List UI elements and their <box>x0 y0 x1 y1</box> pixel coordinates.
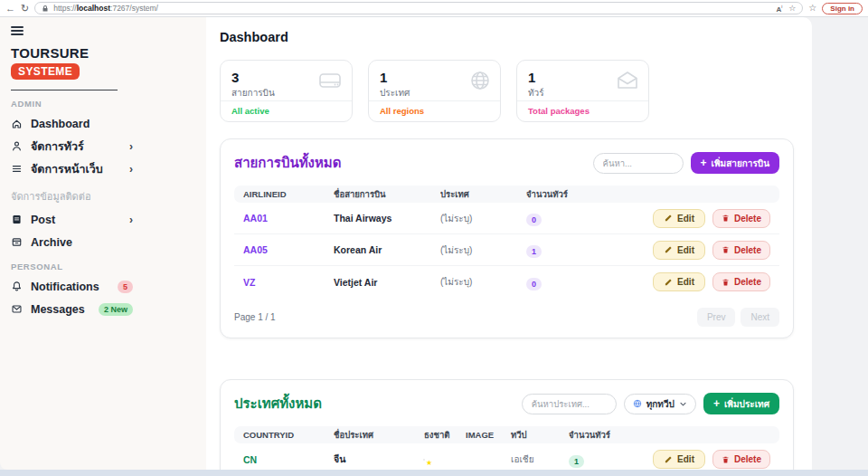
chevron-right-icon: › <box>129 140 133 153</box>
stat-card-countries: 1 ประเทศ All regions <box>368 60 501 122</box>
airline-name: Thai Airways <box>334 213 440 224</box>
country-id: CN <box>243 454 334 465</box>
chevron-down-icon <box>679 400 687 408</box>
section-label-contact: จัดการข้อมูลติดต่อ <box>11 188 195 205</box>
country-row: CN จีน ★ เอเชีย 1 Edit Delete <box>234 443 779 470</box>
mail-icon <box>11 303 23 315</box>
sidebar-item-manage-webpages[interactable]: จัดการหน้าเว็บ › <box>11 157 133 180</box>
logo-badge: SYSTEME <box>11 63 80 80</box>
trash-icon <box>722 214 730 223</box>
airline-country: (ไม่ระบุ) <box>440 243 526 257</box>
stat-card-tours: 1 ทัวร์ Total packages <box>516 60 649 122</box>
menu-icon[interactable] <box>11 26 24 35</box>
airline-country: (ไม่ระบุ) <box>440 275 526 289</box>
add-country-button[interactable]: + เพิ่มประเทศ <box>703 393 779 414</box>
airline-name: Korean Air <box>334 244 440 255</box>
hdd-icon <box>317 70 343 91</box>
airline-row: VZ Vietjet Air (ไม่ระบุ) 0 Edit Delete <box>234 266 779 298</box>
read-aloud-icon[interactable]: Aʲ <box>777 4 783 14</box>
delete-button[interactable]: Delete <box>712 209 770 228</box>
home-icon <box>11 118 23 129</box>
stat-footer: Total packages <box>517 100 648 121</box>
main-content: Dashboard 3 สายการบิน All active 1 ประเท… <box>206 17 812 470</box>
airline-id: AA05 <box>243 244 334 255</box>
airline-country: (ไม่ระบุ) <box>440 212 526 225</box>
archive-icon <box>11 236 23 248</box>
country-name: จีน <box>334 452 424 467</box>
prev-button[interactable]: Prev <box>697 308 736 327</box>
airlines-title: สายการบินทั้งหมด <box>234 152 341 174</box>
countries-title: ประเทศทั้งหมด <box>234 393 322 414</box>
url-text: https://localhost:7267/system/ <box>53 4 771 13</box>
tour-count-badge: 1 <box>569 455 584 468</box>
browser-toolbar: ← ↻ https://localhost:7267/system/ Aʲ ☆ … <box>0 0 868 17</box>
tour-count-badge: 0 <box>526 214 542 226</box>
chevron-right-icon: › <box>129 214 133 226</box>
plus-icon: + <box>701 157 707 168</box>
pencil-icon <box>664 278 673 287</box>
trash-icon <box>722 278 730 287</box>
edit-button[interactable]: Edit <box>653 209 705 228</box>
delete-button[interactable]: Delete <box>712 241 770 260</box>
globe-icon <box>633 399 642 408</box>
airlines-search-input[interactable] <box>593 153 684 174</box>
sidebar-item-manage-tours[interactable]: จัดการทัวร์ › <box>11 135 133 157</box>
delete-button[interactable]: Delete <box>712 450 770 469</box>
envelope-open-icon <box>616 70 639 90</box>
list-icon <box>11 163 23 175</box>
lock-icon <box>42 5 49 13</box>
pencil-icon <box>664 245 673 254</box>
airline-id: AA01 <box>243 213 334 224</box>
journal-icon <box>11 214 23 225</box>
sidebar-item-dashboard[interactable]: Dashboard <box>11 112 133 135</box>
continent-filter-dropdown[interactable]: ทุกทวีป <box>624 394 696 414</box>
edit-button[interactable]: Edit <box>653 241 705 260</box>
trash-icon <box>722 245 730 254</box>
airlines-table-header: AIRLINEID ชื่อสายการบิน ประเทศ จำนวนทัวร… <box>234 186 779 203</box>
stat-footer: All regions <box>369 100 500 121</box>
edit-button[interactable]: Edit <box>653 450 705 469</box>
sidebar-item-post[interactable]: Post › <box>11 208 133 231</box>
stats-row: 3 สายการบิน All active 1 ประเทศ All regi… <box>220 60 794 122</box>
airline-row: AA05 Korean Air (ไม่ระบุ) 1 Edit Delete <box>234 234 779 266</box>
countries-search-input[interactable] <box>522 394 617 414</box>
pencil-icon <box>664 214 673 223</box>
collections-icon[interactable]: ☆ <box>808 4 816 13</box>
logo-text: TOURSURE <box>11 45 195 61</box>
airlines-section: สายการบินทั้งหมด + เพิ่มสายการบิน AIRLIN… <box>220 138 794 338</box>
address-bar[interactable]: https://localhost:7267/system/ Aʲ ☆ <box>34 2 803 14</box>
sidebar-divider <box>11 90 118 90</box>
next-button[interactable]: Next <box>741 308 779 327</box>
sidebar-item-notifications[interactable]: Notifications 5 <box>11 275 133 298</box>
countries-table-header: COUNTRYID ชื่อประเทศ ธงชาติ IMAGE ทวีป จ… <box>234 426 779 443</box>
add-airline-button[interactable]: + เพิ่มสายการบิน <box>691 152 779 174</box>
page-title: Dashboard <box>220 30 794 44</box>
sign-in-button[interactable]: Sign in <box>822 3 863 14</box>
section-label-personal: PERSONAL <box>11 262 195 271</box>
section-label-admin: ADMIN <box>11 99 195 109</box>
trash-icon <box>722 455 730 464</box>
stat-footer: All active <box>221 100 352 121</box>
chevron-right-icon: › <box>129 163 133 176</box>
reload-icon[interactable]: ↻ <box>21 4 29 14</box>
airline-id: VZ <box>243 277 334 288</box>
sidebar-item-messages[interactable]: Messages 2 New <box>11 298 133 320</box>
plus-icon: + <box>713 398 720 409</box>
sidebar-item-archive[interactable]: Archive <box>11 231 133 253</box>
globe-icon <box>469 70 491 91</box>
page-gutter <box>812 17 868 470</box>
messages-badge: 2 New <box>99 303 133 316</box>
countries-section: ประเทศทั้งหมด ทุกทวีป + เพิ่มประเทศ <box>220 379 794 470</box>
tour-count-badge: 1 <box>526 245 542 258</box>
person-icon <box>11 140 23 152</box>
edit-button[interactable]: Edit <box>653 272 705 291</box>
back-icon[interactable]: ← <box>5 4 15 14</box>
window-bottom-edge <box>0 470 868 476</box>
tour-count-badge: 0 <box>526 278 542 290</box>
favorite-star-icon[interactable]: ☆ <box>788 4 796 13</box>
bell-icon <box>11 281 23 292</box>
stat-card-airlines: 3 สายการบิน All active <box>220 60 353 122</box>
delete-button[interactable]: Delete <box>712 272 770 291</box>
airline-name: Vietjet Air <box>334 277 440 288</box>
sidebar: TOURSURE SYSTEME ADMIN Dashboard จัดการท… <box>0 17 206 470</box>
